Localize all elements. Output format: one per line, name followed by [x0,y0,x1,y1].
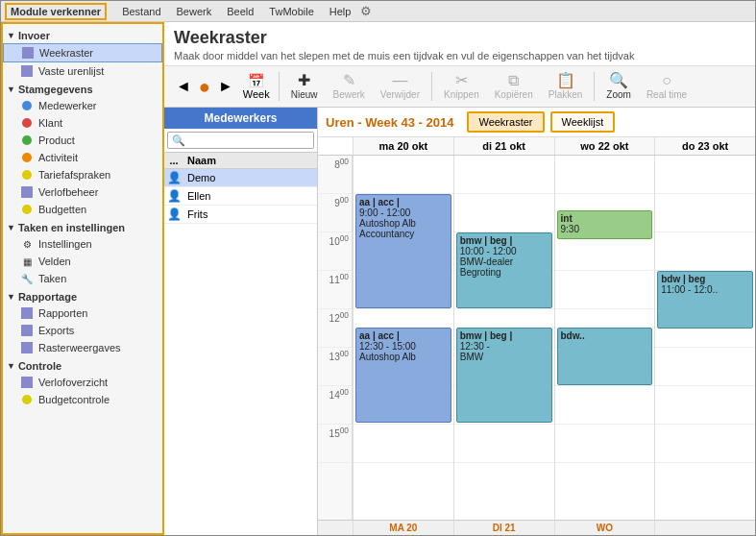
sidebar-item-budgetcontrole[interactable]: Budgetcontrole [3,391,162,408]
instellingen-label: Instellingen [38,238,92,250]
event-di-2[interactable]: bmw | beg | 12:30 - BMW [456,328,552,423]
time-slot-15: 1500 [318,425,352,463]
sidebar-item-weekraster[interactable]: Weekraster [3,43,162,62]
weekraster-label: Weekraster [39,47,93,59]
event-title: bdw.. [561,330,649,341]
nav-next-button[interactable]: ► [214,76,237,97]
time-col: 800 900 1000 1100 1200 1300 1400 1500 [318,156,353,520]
wo-slot-11 [555,271,655,309]
med-row-ellen[interactable]: 👤 Ellen [164,187,317,206]
event-di-1[interactable]: bmw | beg | 10:00 - 12:00 BMW-dealer Beg… [456,232,552,308]
product-label: Product [38,134,75,146]
verlofoverzicht-label: Verlofoverzicht [38,377,108,388]
week-view-button[interactable]: 📅 Week [243,73,270,100]
event-ma-1[interactable]: aa | acc | 9:00 - 12:00 Autoshop Alb Acc… [355,194,451,308]
do-slot-10 [655,232,755,271]
toolbar-new-button[interactable]: ✚ Nieuw [284,70,325,103]
tab-weekraster[interactable]: Weekraster [467,111,544,133]
toolbar-delete-button[interactable]: — Verwijder [374,70,427,103]
ma-slot-15 [354,425,453,463]
medewerkers-search [164,129,317,153]
day-cols: aa | acc | 9:00 - 12:00 Autoshop Alb Acc… [353,156,755,520]
sidebar-item-verlofoverzicht[interactable]: Verlofoverzicht [3,374,162,391]
paste-label: Plakken [549,89,583,100]
velden-label: Velden [38,256,71,267]
sidebar-item-product[interactable]: Product [3,132,162,149]
rapporten-label: Rapporten [38,307,87,319]
sidebar-item-vaste-urenlijst[interactable]: Vaste urenlijst [3,62,162,80]
menu-bewerk[interactable]: Bewerk [171,5,218,18]
new-label: Nieuw [291,89,318,100]
menu-bestand[interactable]: Bestand [116,5,166,18]
nav-today-button[interactable]: ● [197,76,212,98]
day-label-do [654,521,755,535]
sidebar-item-medewerker[interactable]: Medewerker [3,97,162,114]
sidebar: ▼ Invoer Weekraster Vaste urenlijst ▼ St… [1,22,164,535]
day-header-do: do 23 okt [654,137,755,155]
sidebar-item-tariefafspraken[interactable]: Tariefafspraken [3,166,162,183]
sidebar-item-velden[interactable]: ▦ Velden [3,253,162,270]
sidebar-item-exports[interactable]: Exports [3,322,162,339]
collapse-invoer-icon[interactable]: ▼ [7,31,15,40]
activiteit-label: Activiteit [38,152,78,163]
invoer-label: Invoer [18,30,50,41]
taken-icon: 🔧 [20,272,34,285]
medewerkers-table: ... Naam 👤 Demo 👤 Ellen 👤 [164,153,317,535]
sidebar-item-rapporten[interactable]: Rapporten [3,305,162,322]
do-slot-15 [655,425,755,463]
frits-name: Frits [183,207,317,222]
sidebar-item-instellingen[interactable]: ⚙ Instellingen [3,235,162,253]
controle-label: Controle [18,360,61,372]
nav-prev-button[interactable]: ◄ [172,76,195,97]
menu-twmobile[interactable]: TwMobile [263,5,319,18]
sidebar-section-controle: ▼ Controle Verlofoverzicht Budgetcontrol… [3,358,162,408]
expand-col: ... [164,153,183,168]
event-do-1[interactable]: bdw | beg 11:00 - 12:0.. [657,271,753,329]
menu-help[interactable]: Help [324,5,357,18]
sidebar-item-klant[interactable]: Klant [3,114,162,132]
wo-slot-15 [555,425,655,463]
search-input[interactable] [167,132,314,149]
paste-icon: 📋 [556,73,575,88]
toolbar-paste-button[interactable]: 📋 Plakken [542,70,590,103]
toolbar-cut-button[interactable]: ✂ Knippen [437,70,486,103]
time-col-label [318,521,353,535]
collapse-rapportage-icon[interactable]: ▼ [7,292,15,302]
sidebar-item-verlofbeheer[interactable]: Verlofbeheer [3,183,162,201]
sidebar-item-budgetten[interactable]: Budgetten [3,201,162,218]
collapse-taken-icon[interactable]: ▼ [7,223,15,232]
toolbar-separator-2 [431,72,432,101]
toolbar-separator-3 [594,72,595,101]
ellen-name: Ellen [183,188,317,204]
menu-beeld[interactable]: Beeld [221,5,259,18]
collapse-controle-icon[interactable]: ▼ [7,361,15,371]
page-header: Weekraster Maak door middel van het slep… [164,22,755,66]
page-subtitle: Maak door middel van het slepen met de m… [174,50,745,61]
toolbar-edit-button[interactable]: ✎ Bewerk [327,70,372,103]
edit-icon: ✎ [343,73,355,88]
event-wo-2[interactable]: bdw.. [557,328,653,385]
settings-icon[interactable]: ⚙ [360,4,372,18]
budgetten-icon [20,203,34,216]
collapse-stamgegevens-icon[interactable]: ▼ [7,85,15,94]
day-label-ma: MA 20 [353,521,453,535]
time-slot-11: 1100 [318,271,352,309]
event-ma-2[interactable]: aa | acc | 12:30 - 15:00 Autoshop Alb [355,328,451,423]
rasterweergaves-icon [20,341,34,354]
sidebar-item-rasterweergaves[interactable]: Rasterweergaves [3,339,162,356]
med-row-frits[interactable]: 👤 Frits [164,206,317,224]
event-wo-1[interactable]: int 9:30 [557,210,653,239]
budgetcontrole-label: Budgetcontrole [38,394,110,405]
sidebar-section-header-stamgegevens: ▼ Stamgegevens [3,82,162,97]
sidebar-item-taken[interactable]: 🔧 Taken [3,270,162,287]
sidebar-item-activiteit[interactable]: Activiteit [3,149,162,166]
toolbar-realtime-button[interactable]: ○ Real time [640,70,694,103]
med-row-demo[interactable]: 👤 Demo [164,169,317,187]
sidebar-section-stamgegevens: ▼ Stamgegevens Medewerker Klant Product [3,82,162,218]
edit-label: Bewerk [333,89,365,100]
tab-weeklijst[interactable]: Weeklijst [550,111,616,133]
demo-avatar-icon: 👤 [164,169,183,186]
toolbar-zoom-button[interactable]: 🔍 Zoom [599,70,638,103]
toolbar-copy-button[interactable]: ⧉ Kopiëren [488,70,540,103]
realtime-icon: ○ [662,73,671,88]
